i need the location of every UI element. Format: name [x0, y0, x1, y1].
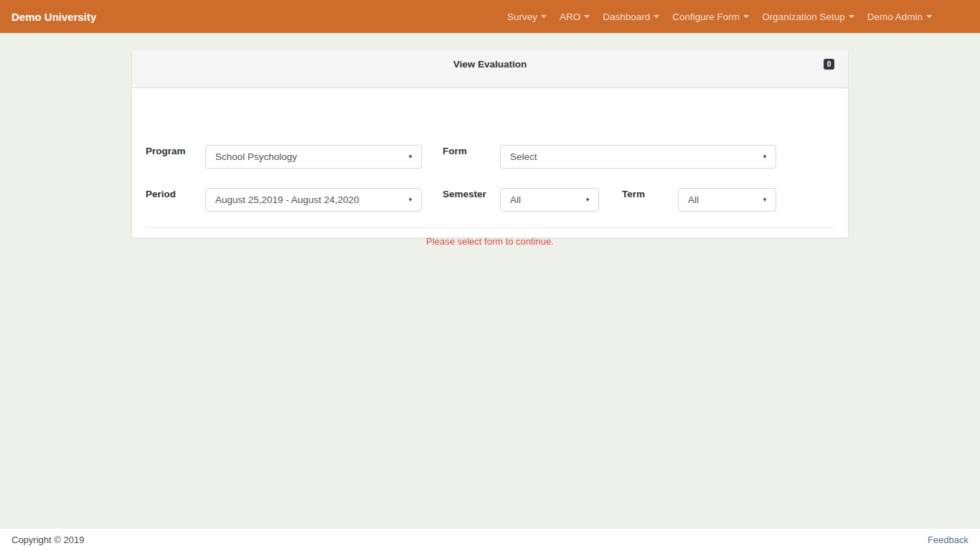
- term-label: Term: [622, 189, 645, 200]
- term-select-value: All: [688, 194, 699, 205]
- panel-title: View Evaluation: [132, 59, 848, 70]
- caret-down-icon: [541, 15, 547, 18]
- nav-item-survey[interactable]: Survey: [501, 7, 553, 27]
- nav-item-demo-admin[interactable]: Demo Admin: [861, 7, 938, 27]
- form-label: Form: [443, 146, 467, 157]
- form-select-value: Select: [510, 151, 537, 162]
- caret-down-icon: ▼: [407, 154, 413, 160]
- nav-item-label: Survey: [507, 11, 537, 22]
- nav-item-configure-form[interactable]: Configure Form: [666, 7, 755, 27]
- validation-message: Please select form to continue.: [132, 236, 848, 247]
- body-divider: [146, 227, 835, 228]
- nav-item-label: Demo Admin: [867, 11, 923, 22]
- top-navbar: Demo University Survey ARO Dashboard Con…: [0, 0, 980, 33]
- program-select-value: School Psychology: [215, 151, 297, 162]
- caret-down-icon: [926, 15, 932, 18]
- feedback-link[interactable]: Feedback: [928, 534, 969, 545]
- nav-item-organization-setup[interactable]: Organization Setup: [755, 7, 861, 27]
- count-badge[interactable]: 0: [824, 59, 834, 70]
- nav-menu: Survey ARO Dashboard Configure Form Orga…: [501, 7, 938, 27]
- page-footer: Copyright © 2019 Feedback: [0, 529, 980, 551]
- caret-down-icon: ▼: [585, 197, 590, 203]
- period-label: Period: [146, 189, 176, 200]
- term-select[interactable]: All ▼: [678, 188, 776, 212]
- nav-item-dashboard[interactable]: Dashboard: [596, 7, 666, 27]
- panel-header: View Evaluation 0: [132, 50, 848, 88]
- semester-select[interactable]: All ▼: [500, 188, 599, 212]
- caret-down-icon: [584, 15, 590, 18]
- copyright-text: Copyright © 2019: [11, 534, 84, 545]
- caret-down-icon: ▼: [407, 197, 413, 203]
- program-label: Program: [146, 146, 186, 157]
- nav-item-label: ARO: [560, 11, 580, 22]
- caret-down-icon: ▼: [762, 154, 768, 160]
- program-select[interactable]: School Psychology ▼: [205, 145, 422, 169]
- brand-title[interactable]: Demo University: [11, 11, 96, 23]
- form-select[interactable]: Select ▼: [500, 145, 776, 169]
- period-select-value: August 25,2019 - August 24,2020: [215, 194, 359, 205]
- nav-item-label: Dashboard: [603, 11, 650, 22]
- panel-body: Program School Psychology ▼ Form Select …: [132, 88, 848, 237]
- nav-item-aro[interactable]: ARO: [553, 7, 596, 27]
- nav-item-label: Organization Setup: [762, 11, 845, 22]
- view-evaluation-panel: View Evaluation 0 Program School Psychol…: [131, 49, 849, 238]
- caret-down-icon: [654, 15, 659, 18]
- nav-item-label: Configure Form: [672, 11, 740, 22]
- period-select[interactable]: August 25,2019 - August 24,2020 ▼: [205, 188, 422, 212]
- semester-label: Semester: [443, 189, 486, 200]
- caret-down-icon: [849, 15, 854, 18]
- semester-select-value: All: [510, 194, 521, 205]
- caret-down-icon: ▼: [762, 197, 768, 203]
- caret-down-icon: [743, 15, 749, 18]
